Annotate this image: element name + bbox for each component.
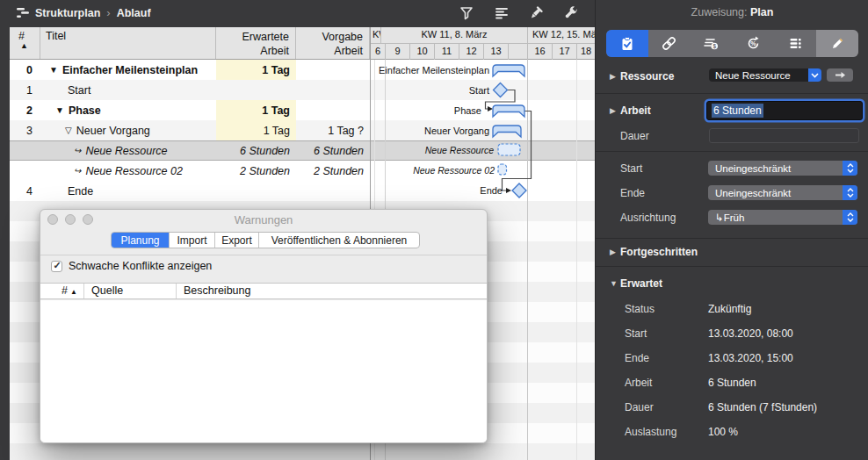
zoom-button[interactable] xyxy=(83,214,93,225)
disclosure-triangle[interactable]: ▶ xyxy=(610,72,616,81)
stepper-icon xyxy=(843,161,857,176)
day-header-weekend xyxy=(508,44,527,60)
alignment-row: Ausrichtung ↳Früh xyxy=(596,210,868,225)
top-toolbar: Strukturplan › Ablauf xyxy=(0,0,595,27)
tab-planung[interactable]: Planung xyxy=(112,233,170,248)
breadcrumb-tab[interactable]: Ablauf xyxy=(117,7,151,19)
day-header: 6 xyxy=(370,44,385,60)
table-header: # ▲ Titel Erwartete Arbeit Vorgabe Arbei… xyxy=(10,27,595,60)
assignment-arrow-icon: ↪ xyxy=(74,166,81,176)
gantt-label: Phase xyxy=(454,105,481,116)
disclosure-triangle-open[interactable]: ▽ xyxy=(65,126,72,135)
warnings-list-empty[interactable] xyxy=(40,300,488,442)
assignment-arrow-icon: ↪ xyxy=(74,146,81,155)
warnings-column-source[interactable]: Quelle xyxy=(84,284,177,298)
summary-bar-meilensteinplan[interactable] xyxy=(493,65,524,76)
tab-style[interactable] xyxy=(816,30,858,57)
inspector-sidebar: Zuweisung: Plan $ xyxy=(595,0,868,460)
milestone-diamond-start[interactable] xyxy=(494,83,508,97)
expected-section[interactable]: ▼ Erwartet xyxy=(596,277,868,290)
disclosure-triangle[interactable]: ▶ xyxy=(610,248,616,256)
advanced-section[interactable]: ▶ Fortgeschritten xyxy=(596,245,868,258)
wrench-icon[interactable] xyxy=(564,5,579,20)
tab-veroeffentlichen[interactable]: Veröffentlichen & Abonnieren xyxy=(259,233,419,248)
tab-import[interactable]: Import xyxy=(170,233,215,248)
start-constraint-dropdown[interactable]: Uneingeschränkt xyxy=(708,161,857,176)
column-header-title[interactable]: Titel xyxy=(40,27,216,59)
filter-icon[interactable] xyxy=(459,5,474,20)
warnings-window: Warnungen Planung Import Export Veröffen… xyxy=(40,209,488,443)
task-bar-neuer-vorgang[interactable] xyxy=(493,126,521,137)
duration-input[interactable] xyxy=(709,128,859,143)
disclosure-triangle[interactable]: ▼ xyxy=(49,65,58,75)
column-header-effort[interactable]: Vorgabe Arbeit xyxy=(296,27,370,59)
day-header: 11 xyxy=(434,44,459,60)
minimize-button[interactable] xyxy=(65,214,76,225)
gantt-label: Einfacher Meilensteinplan xyxy=(379,65,489,75)
tab-costs[interactable]: $ xyxy=(691,30,733,57)
week-header-kw12: KW 12, 15. März xyxy=(527,27,595,44)
stepper-icon xyxy=(843,185,857,200)
warnings-table-header: #▲ Quelle Beschreibung xyxy=(40,283,488,299)
sort-ascending-icon: ▲ xyxy=(70,288,77,296)
tab-task-info[interactable] xyxy=(606,30,648,57)
week-header-partial: KW xyxy=(370,27,380,44)
go-to-resource-button[interactable] xyxy=(827,68,853,82)
list-blocks-icon xyxy=(787,35,804,52)
expected-utilization-row: Auslastung 100 % xyxy=(596,425,868,438)
column-header-number[interactable]: # ▲ xyxy=(10,27,40,59)
disclosure-triangle[interactable]: ▶ xyxy=(610,106,616,115)
summary-bar-phase[interactable] xyxy=(493,105,524,117)
disclosure-triangle-open[interactable]: ▼ xyxy=(610,279,618,288)
checkbox-label: Schwache Konflikte anzeigen xyxy=(69,260,212,272)
warnings-column-description[interactable]: Beschreibung xyxy=(177,284,488,298)
gantt-label: Neue Ressource xyxy=(425,145,494,155)
align-left-icon[interactable] xyxy=(494,5,509,20)
disclosure-triangle[interactable]: ▼ xyxy=(55,105,64,115)
work-input[interactable]: 6 Stunden xyxy=(706,101,863,120)
milestone-diamond-ende[interactable] xyxy=(512,183,526,198)
resource-dropdown[interactable]: Neue Ressource xyxy=(709,68,821,82)
resource-row: ▶ Ressource Neue Ressource xyxy=(596,68,868,83)
end-constraint-dropdown[interactable]: Uneingeschränkt xyxy=(708,185,857,200)
dialog-titlebar[interactable]: Warnungen xyxy=(40,210,487,228)
warnings-column-number[interactable]: #▲ xyxy=(40,284,84,298)
paintbrush-icon[interactable] xyxy=(529,5,544,20)
gantt-timeline-header[interactable]: KW KW 11, 8. März KW 12, 15. März 6 9 10… xyxy=(370,27,595,59)
tab-milestones-list[interactable] xyxy=(774,30,816,57)
tab-export[interactable]: Export xyxy=(215,233,259,248)
day-header: 17 xyxy=(552,44,576,60)
tab-progress[interactable]: % xyxy=(732,30,774,57)
gantt-label: Neuer Vorgang xyxy=(424,126,489,136)
assignment-bar-neue-ressource-02[interactable] xyxy=(498,164,507,175)
day-header: 16 xyxy=(527,44,552,60)
day-header: 10 xyxy=(409,44,434,60)
alignment-dropdown[interactable]: ↳Früh xyxy=(708,210,857,225)
gantt-label: Start xyxy=(469,85,489,96)
pencil-icon xyxy=(829,36,845,52)
work-row: ▶ Arbeit 6 Stunden xyxy=(596,101,868,120)
dialog-title: Warnungen xyxy=(40,210,487,226)
outline-view-icon xyxy=(17,7,29,18)
expected-start-row: Start 13.03.2020, 08:00 xyxy=(596,327,868,340)
checkbox-checked[interactable] xyxy=(51,261,62,272)
close-button[interactable] xyxy=(47,214,58,225)
column-header-expected-work[interactable]: Erwartete Arbeit xyxy=(216,27,296,59)
clipboard-check-icon xyxy=(619,36,635,52)
svg-text:$: $ xyxy=(712,43,716,50)
week-header-kw11: KW 11, 8. März xyxy=(380,27,527,44)
expected-work-row: Arbeit 6 Stunden xyxy=(596,376,868,389)
weak-conflicts-checkbox-row[interactable]: Schwache Konflikte anzeigen xyxy=(51,260,212,272)
stepper-icon xyxy=(843,210,857,225)
arrow-right-icon xyxy=(835,71,846,79)
gantt-label: Neue Ressource 02 xyxy=(413,165,495,176)
breadcrumb-view[interactable]: Strukturplan xyxy=(35,7,100,19)
breadcrumb-separator: › xyxy=(106,6,110,19)
tab-dependencies[interactable] xyxy=(648,30,691,57)
cost-lines-icon: $ xyxy=(703,35,720,52)
inspector-tab-bar: $ % xyxy=(606,30,858,57)
day-header: 13 xyxy=(483,44,508,60)
assignment-bar-neue-ressource[interactable] xyxy=(498,144,520,155)
day-header: 12 xyxy=(459,44,483,60)
breadcrumb[interactable]: Strukturplan › Ablauf xyxy=(17,6,151,19)
